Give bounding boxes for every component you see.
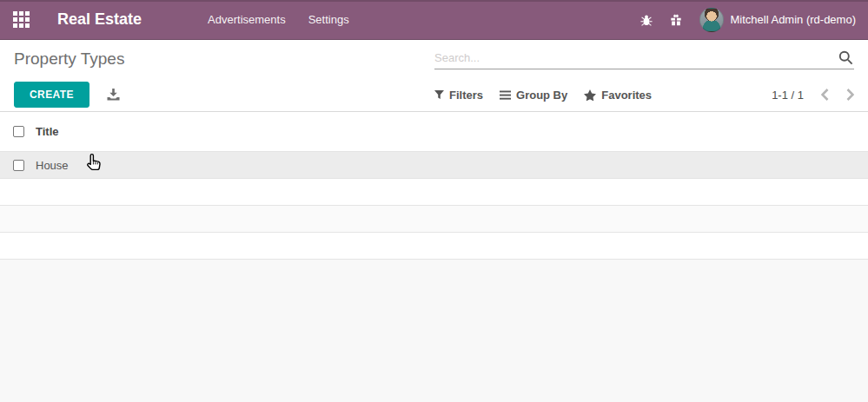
search-input[interactable] [434, 49, 838, 66]
navbar-right: Mitchell Admin (rd-demo) [640, 8, 868, 32]
bug-icon [640, 14, 653, 26]
list-view: Title House [0, 111, 868, 402]
control-panel-top: Property Types [0, 40, 868, 78]
apps-grid-icon [13, 11, 30, 28]
favorites-star-icon [584, 89, 596, 101]
empty-row [0, 179, 868, 206]
group-by-label: Group By [516, 89, 567, 102]
rewards-button[interactable] [670, 14, 682, 26]
search-box [434, 49, 854, 69]
pager-previous-button[interactable] [821, 89, 829, 101]
top-navbar: Real Estate Advertisements Settings [0, 0, 868, 40]
app-name[interactable]: Real Estate [57, 10, 142, 29]
column-header-title[interactable]: Title [36, 125, 59, 138]
empty-row [0, 206, 868, 233]
row-select-cell [0, 160, 36, 171]
group-by-bars-icon [500, 90, 511, 100]
filters-label: Filters [449, 89, 483, 102]
download-icon [107, 89, 120, 101]
menu-settings[interactable]: Settings [307, 10, 351, 30]
export-button[interactable] [107, 89, 120, 101]
pager: 1-1 / 1 [772, 89, 854, 102]
filter-funnel-icon [434, 90, 444, 100]
odoo-window: Real Estate Advertisements Settings [0, 0, 868, 402]
menu-advertisements[interactable]: Advertisements [206, 10, 288, 30]
user-avatar[interactable] [699, 8, 724, 32]
page-title: Property Types [14, 49, 434, 69]
pager-next-button[interactable] [846, 89, 854, 101]
chevron-right-icon [846, 89, 854, 101]
pager-range: 1-1 / 1 [772, 89, 804, 102]
table-row[interactable]: House [0, 152, 868, 179]
group-by-button[interactable]: Group By [500, 89, 567, 102]
chevron-left-icon [821, 89, 829, 101]
filters-button[interactable]: Filters [434, 89, 483, 102]
select-all-cell [0, 126, 36, 137]
favorites-button[interactable]: Favorites [584, 89, 652, 102]
row-title: House [36, 159, 69, 172]
user-menu[interactable]: Mitchell Admin (rd-demo) [731, 13, 857, 26]
debug-button[interactable] [640, 14, 653, 26]
apps-menu-button[interactable] [0, 0, 42, 40]
main-menu: Advertisements Settings [206, 10, 370, 30]
search-button[interactable] [838, 50, 854, 65]
favorites-label: Favorites [601, 89, 652, 102]
empty-row [0, 233, 868, 260]
search-options: Filters Group By Favorites [434, 89, 854, 102]
create-button[interactable]: CREATE [14, 82, 89, 108]
control-panel-bottom: CREATE Filters [0, 78, 868, 111]
filter-buttons: Filters Group By Favorites [434, 89, 652, 102]
gift-icon [670, 14, 682, 26]
list-background [0, 260, 868, 402]
search-icon [838, 50, 853, 65]
select-all-checkbox[interactable] [13, 126, 24, 137]
row-checkbox[interactable] [13, 160, 24, 171]
table-header-row: Title [0, 112, 868, 152]
